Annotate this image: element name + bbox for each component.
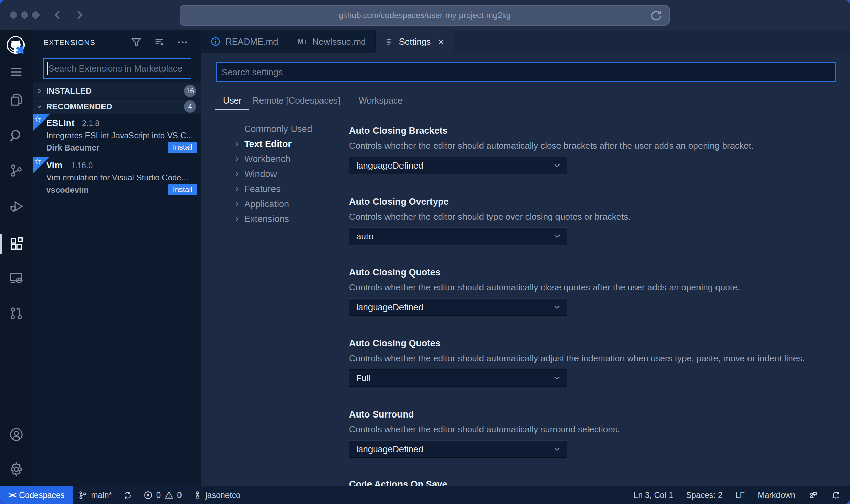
- toc-application[interactable]: Application: [233, 199, 289, 209]
- setting-code-actions-on-save: Code Actions On Save: [349, 479, 836, 486]
- cursor-position[interactable]: Ln 3, Col 1: [629, 486, 677, 504]
- extensions-search-box[interactable]: [43, 58, 191, 79]
- window-zoom-button[interactable]: [31, 11, 40, 19]
- warning-icon: [164, 490, 174, 500]
- github-codespaces-logo[interactable]: [7, 36, 27, 56]
- extensions-search-input[interactable]: [48, 63, 191, 74]
- setting-title: Code Actions On Save: [349, 479, 836, 486]
- scope-tab-user[interactable]: User: [223, 95, 242, 106]
- chevron-down-icon: [33, 103, 46, 110]
- window-controls[interactable]: [9, 11, 40, 19]
- eol-text: LF: [735, 490, 745, 500]
- user-indicator[interactable]: jasonetco: [187, 486, 246, 504]
- warning-count: 0: [177, 490, 182, 500]
- filter-icon[interactable]: [129, 35, 143, 49]
- sidebar-title: EXTENSIONS: [44, 38, 95, 47]
- tab-settings[interactable]: Settings ×: [376, 30, 454, 53]
- extensions-icon[interactable]: [0, 234, 33, 253]
- section-label: INSTALLED: [46, 86, 92, 96]
- language-mode[interactable]: Markdown: [754, 486, 800, 504]
- setting-title: Auto Closing Overtype: [349, 196, 836, 208]
- tab-label: NewIssue.md: [312, 36, 366, 47]
- menu-icon[interactable]: [0, 62, 33, 81]
- extension-description: Integrates ESLint JavaScript into VS C..…: [46, 131, 196, 140]
- extension-name: Vim: [46, 160, 62, 171]
- setting-auto-indent: Auto Closing Quotes Controls whether the…: [349, 338, 836, 393]
- tab-newissue[interactable]: M↓ NewIssue.md: [288, 30, 376, 53]
- chevron-right-icon: [233, 156, 241, 163]
- setting-dropdown[interactable]: Full: [349, 369, 567, 387]
- extension-description: Vim emulation for Visual Studio Code...: [46, 173, 196, 183]
- remote-explorer-icon[interactable]: [0, 268, 33, 287]
- toc-commonly-used[interactable]: Commonly Used: [233, 124, 312, 135]
- pull-request-icon[interactable]: [0, 304, 33, 323]
- person-icon: [193, 490, 202, 500]
- indentation-indicator[interactable]: Spaces: 2: [682, 486, 727, 504]
- search-icon[interactable]: [0, 126, 33, 145]
- browser-window: github.com/codespaces/user-my-project-mg…: [0, 0, 850, 504]
- setting-description: Controls whether the editor should autom…: [349, 353, 805, 364]
- feedback-button[interactable]: [804, 486, 822, 504]
- address-bar[interactable]: github.com/codespaces/user-my-project-mg…: [180, 5, 670, 26]
- problems-indicator[interactable]: 0 0: [138, 486, 187, 504]
- tab-readme[interactable]: README.md: [201, 30, 288, 53]
- notifications-button[interactable]: [827, 486, 845, 504]
- section-recommended[interactable]: RECOMMENDED 4: [33, 99, 201, 114]
- account-icon[interactable]: [0, 425, 33, 444]
- tab-label: README.md: [225, 36, 278, 47]
- setting-title: Auto Closing Quotes: [349, 338, 836, 350]
- remote-indicator[interactable]: >< Codespaces: [0, 486, 73, 504]
- chevron-down-icon: [548, 303, 567, 312]
- scope-tab-workspace[interactable]: Workspace: [359, 95, 403, 106]
- user-name: jasonetco: [206, 490, 241, 500]
- active-view-indicator: [0, 234, 2, 254]
- star-icon: ☆: [34, 114, 42, 124]
- setting-dropdown[interactable]: languageDefined: [349, 441, 567, 458]
- toc-label: Workbench: [244, 154, 290, 164]
- settings-search-input[interactable]: [217, 67, 835, 78]
- eol-indicator[interactable]: LF: [731, 486, 749, 504]
- reload-icon[interactable]: [650, 9, 663, 22]
- section-count-badge: 4: [184, 100, 196, 113]
- extension-row-vim[interactable]: ☆ Vim 1.16.0 Vim emulation for Visual St…: [33, 157, 201, 199]
- chevron-right-icon: [33, 87, 46, 95]
- install-button[interactable]: Install: [168, 184, 197, 195]
- setting-auto-surround: Auto Surround Controls whether the edito…: [349, 409, 836, 464]
- chevron-right-icon: [233, 141, 241, 148]
- settings-gear-icon[interactable]: [0, 460, 33, 479]
- toc-window[interactable]: Window: [233, 169, 277, 179]
- remote-icon: ><: [8, 490, 16, 500]
- dropdown-value: languageDefined: [349, 302, 548, 313]
- setting-dropdown[interactable]: languageDefined: [349, 157, 567, 174]
- run-debug-icon[interactable]: [0, 197, 33, 216]
- activity-bar: [0, 30, 33, 486]
- more-actions-icon[interactable]: [176, 35, 189, 49]
- install-button[interactable]: Install: [168, 142, 197, 153]
- toc-text-editor[interactable]: Text Editor: [233, 139, 292, 149]
- tab-bar: README.md M↓ NewIssue.md Settings ×: [201, 30, 850, 53]
- line-col-text: Ln 3, Col 1: [633, 490, 673, 500]
- explorer-icon[interactable]: [0, 90, 33, 109]
- branch-indicator[interactable]: main*: [73, 486, 117, 504]
- window-close-button[interactable]: [9, 11, 18, 19]
- scope-tab-remote[interactable]: Remote [Codespaces]: [253, 95, 340, 106]
- settings-search-box[interactable]: [216, 62, 836, 82]
- toc-extensions[interactable]: Extensions: [233, 214, 289, 224]
- setting-dropdown[interactable]: languageDefined: [349, 299, 567, 316]
- sync-indicator[interactable]: [117, 486, 138, 504]
- chevron-down-icon: [548, 161, 567, 170]
- toc-features[interactable]: Features: [233, 184, 281, 194]
- source-control-icon[interactable]: [0, 161, 33, 180]
- extension-author: vscodevim: [46, 185, 89, 195]
- settings-editor: User Remote [Codespaces] Workspace Commo…: [201, 53, 850, 486]
- section-installed[interactable]: INSTALLED 16: [33, 83, 201, 98]
- chevron-right-icon: [233, 171, 241, 178]
- back-icon[interactable]: [50, 7, 65, 22]
- toc-workbench[interactable]: Workbench: [233, 154, 290, 164]
- setting-dropdown[interactable]: auto: [349, 228, 567, 245]
- forward-icon[interactable]: [72, 7, 86, 22]
- clear-extension-search-icon[interactable]: [153, 35, 166, 49]
- extension-row-eslint[interactable]: ☆ ESLint 2.1.8 Integrates ESLint JavaScr…: [33, 114, 201, 157]
- close-icon[interactable]: ×: [438, 36, 444, 47]
- window-minimize-button[interactable]: [20, 11, 29, 19]
